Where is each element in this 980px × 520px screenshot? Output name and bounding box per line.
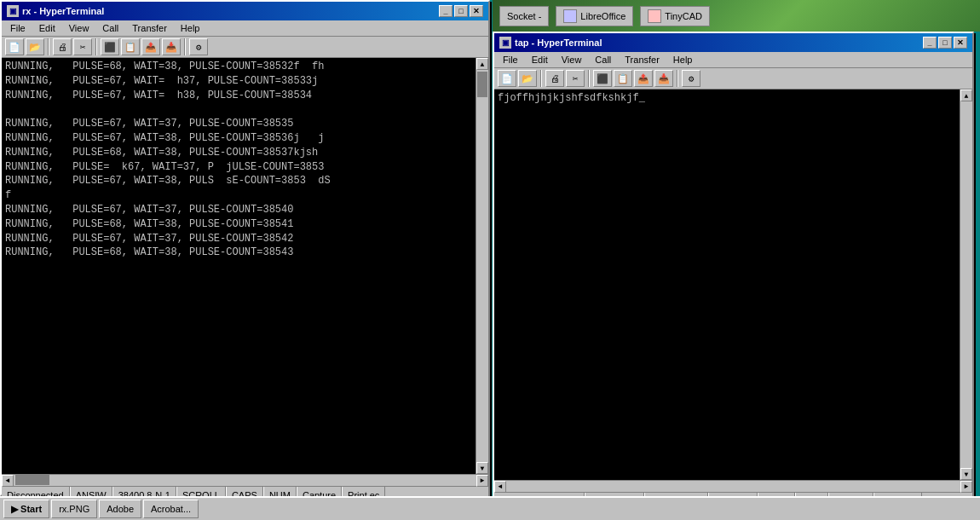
tap-menu-transfer[interactable]: Transfer: [620, 54, 665, 66]
rx-menu-view[interactable]: View: [64, 22, 95, 34]
tap-scrollbar[interactable]: ▲ ▼: [960, 90, 972, 480]
terminal-line: RUNNING, PULSE=67, WAIT=38, PULSE-COUNT=…: [5, 131, 475, 146]
rx-toolbar-print[interactable]: 🖨: [53, 38, 72, 55]
tap-scroll-down[interactable]: ▼: [960, 468, 972, 480]
tap-menu-call[interactable]: Call: [590, 54, 616, 66]
taskbar-adobe-label: Adobe: [107, 504, 134, 514]
rx-toolbar-sep1: [48, 38, 49, 55]
terminal-line: RUNNING, PULSE= k67, WAIT=37, P jULSE-CO…: [5, 160, 475, 175]
rx-hscroll-left[interactable]: ◄: [2, 475, 14, 487]
libreoffice-icon: [563, 9, 577, 23]
rx-menu-call[interactable]: Call: [97, 22, 124, 34]
rx-menu-file[interactable]: File: [5, 22, 31, 34]
tap-toolbar-sep3: [677, 70, 678, 87]
tap-hyperterminal-window: ▣ tap - HyperTerminal _ □ ✕ File Edit Vi…: [493, 32, 974, 499]
tap-close-btn[interactable]: ✕: [954, 37, 967, 49]
tap-toolbar-recv[interactable]: 📥: [654, 70, 673, 87]
tap-window-title: tap - HyperTerminal: [515, 38, 602, 48]
rx-menu-transfer[interactable]: Transfer: [127, 22, 172, 34]
terminal-line: f: [5, 188, 475, 203]
tap-title-bar[interactable]: ▣ tap - HyperTerminal _ □ ✕: [494, 33, 972, 52]
terminal-line: [5, 102, 475, 117]
tap-menu-edit[interactable]: Edit: [527, 54, 553, 66]
tap-hscrollbar[interactable]: ◄ ►: [494, 480, 972, 492]
rx-scroll-thumb[interactable]: [477, 72, 487, 97]
tap-toolbar-print[interactable]: 🖨: [545, 70, 564, 87]
rx-terminal[interactable]: RUNNING, PULSE=68, WAIT=38, PULSE-COUNT=…: [2, 58, 488, 474]
tap-minimize-btn[interactable]: _: [923, 37, 937, 49]
taskbar-acrobat[interactable]: Acrobat...: [143, 500, 199, 518]
tap-terminal-content: fjoffhjhjkjshfsdfkshkjf_: [498, 91, 959, 106]
terminal-line: RUNNING, PULSE=67, WAIT= h38, PULSE-COUN…: [5, 89, 475, 103]
terminal-line: RUNNING, PULSE=67, WAIT=37, PULSE-COUNT=…: [5, 232, 475, 246]
tinycad-icon: [648, 9, 661, 23]
libreoffice-app[interactable]: LibreOffice: [556, 6, 633, 26]
rx-scroll-down[interactable]: ▼: [476, 462, 488, 474]
terminal-line: RUNNING, PULSE=68, WAIT=38, PULSE-COUNT=…: [5, 60, 475, 74]
terminal-line: RUNNING, PULSE=67, WAIT= h37, PULSE-COUN…: [5, 74, 475, 89]
rx-maximize-btn[interactable]: □: [454, 5, 468, 17]
tinycad-app-label: TinyCAD: [665, 11, 702, 21]
tap-hscroll-right[interactable]: ►: [960, 481, 972, 493]
tap-hscroll-left[interactable]: ◄: [494, 481, 506, 493]
tap-window-icon: ▣: [499, 37, 511, 49]
taskbar-adobe[interactable]: Adobe: [99, 500, 141, 518]
rx-window-icon: ▣: [7, 5, 19, 17]
rx-toolbar-sep3: [184, 38, 186, 55]
terminal-line: RUNNING, PULSE=68, WAIT=38, PULSE-COUNT=…: [5, 246, 475, 260]
tap-menu-help[interactable]: Help: [668, 54, 698, 66]
rx-menu-bar: File Edit View Call Transfer Help: [2, 20, 488, 37]
rx-hscroll-right[interactable]: ►: [476, 475, 488, 487]
rx-close-btn[interactable]: ✕: [470, 5, 483, 17]
terminal-line: RUNNING, PULSE=67, WAIT=37, PULSE-COUNT=…: [5, 203, 475, 217]
terminal-line: RUNNING, PULSE=68, WAIT=38, PULSE-COUNT=…: [5, 217, 475, 232]
tap-toolbar-open[interactable]: 📂: [518, 70, 537, 87]
terminal-line: RUNNING, PULSE=67, WAIT=37, PULSE-COUNT=…: [5, 117, 475, 131]
socket-app[interactable]: Socket -: [499, 6, 549, 26]
tap-toolbar-connect[interactable]: ⬛: [593, 70, 612, 87]
tap-toolbar-new[interactable]: 📄: [498, 70, 516, 87]
background-top: Socket - LibreOffice TinyCAD: [493, 0, 980, 32]
rx-toolbar-send[interactable]: 📤: [141, 38, 160, 55]
tap-toolbar-send[interactable]: 📤: [634, 70, 653, 87]
taskbar: ▶ Start rx.PNG Adobe Acrobat...: [0, 496, 980, 520]
tap-terminal[interactable]: fjoffhjhjkjshfsdfkshkjf_: [494, 90, 972, 480]
libreoffice-app-label: LibreOffice: [580, 11, 625, 21]
tap-scroll-up[interactable]: ▲: [960, 90, 972, 101]
taskbar-acrobat-label: Acrobat...: [151, 504, 191, 514]
rx-toolbar-open[interactable]: 📂: [26, 38, 44, 55]
tap-toolbar-config[interactable]: ⚙: [682, 70, 700, 87]
tap-toolbar-disconnect[interactable]: 📋: [614, 70, 632, 87]
rx-minimize-btn[interactable]: _: [439, 5, 453, 17]
rx-hscroll-thumb[interactable]: [15, 475, 49, 485]
rx-toolbar-disconnect[interactable]: 📋: [121, 38, 140, 55]
rx-hyperterminal-window: ▣ rx - HyperTerminal _ □ ✕ File Edit Vie…: [0, 0, 490, 496]
tap-toolbar-prop[interactable]: ✂: [566, 70, 585, 87]
tap-toolbar-sep1: [540, 70, 542, 87]
tap-menu-bar: File Edit View Call Transfer Help: [494, 52, 972, 68]
rx-toolbar-connect[interactable]: ⬛: [101, 38, 119, 55]
tap-menu-view[interactable]: View: [556, 54, 587, 66]
rx-window-title: rx - HyperTerminal: [22, 6, 104, 16]
rx-toolbar-prop[interactable]: ✂: [73, 38, 92, 55]
rx-toolbar-recv[interactable]: 📥: [162, 38, 181, 55]
rx-toolbar-sep2: [95, 38, 97, 55]
rx-menu-help[interactable]: Help: [176, 22, 205, 34]
taskbar-rxpng[interactable]: rx.PNG: [51, 500, 97, 518]
rx-menu-edit[interactable]: Edit: [34, 22, 61, 34]
rx-scroll-up[interactable]: ▲: [476, 58, 488, 70]
rx-toolbar: 📄 📂 🖨 ✂ ⬛ 📋 📤 📥 ⚙: [2, 37, 488, 58]
taskbar-start[interactable]: ▶ Start: [3, 500, 49, 518]
tap-toolbar: 📄 📂 🖨 ✂ ⬛ 📋 📤 📥 ⚙: [494, 68, 972, 90]
terminal-line: RUNNING, PULSE=68, WAIT=38, PULSE-COUNT=…: [5, 146, 475, 160]
tap-menu-file[interactable]: File: [498, 54, 523, 66]
rx-toolbar-config[interactable]: ⚙: [189, 38, 208, 55]
socket-app-label: Socket -: [507, 11, 541, 21]
taskbar-rxpng-label: rx.PNG: [59, 504, 89, 514]
rx-toolbar-new[interactable]: 📄: [5, 38, 24, 55]
rx-scrollbar[interactable]: ▲ ▼: [476, 58, 488, 474]
rx-title-bar[interactable]: ▣ rx - HyperTerminal _ □ ✕: [2, 2, 488, 20]
tap-maximize-btn[interactable]: □: [938, 37, 952, 49]
tinycad-app[interactable]: TinyCAD: [640, 6, 710, 26]
rx-hscrollbar[interactable]: ◄ ►: [2, 474, 488, 486]
